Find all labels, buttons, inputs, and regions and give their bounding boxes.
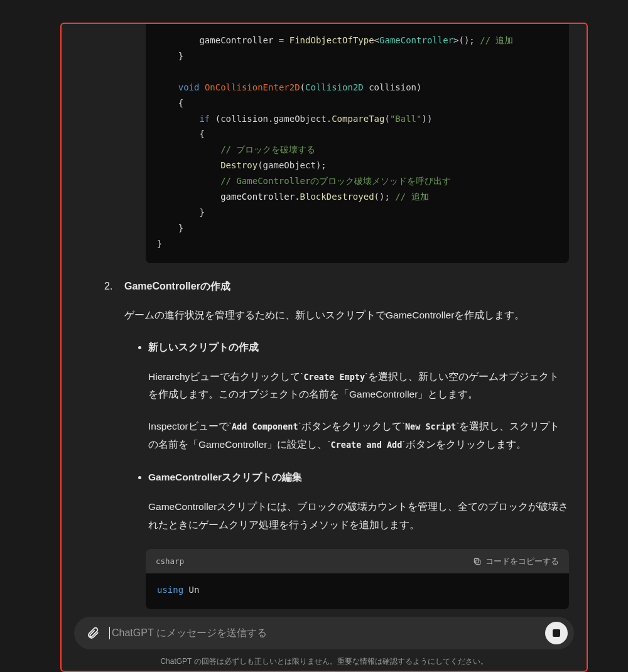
stop-generating-button[interactable] [545,622,568,644]
code-block-1: gameController = FindObjectOfType<GameCo… [146,24,569,263]
clipboard-icon [473,557,482,566]
list-item: 新しいスクリプトの作成 Hierarchyビューで右クリックして`Create … [148,339,569,453]
stop-icon [553,629,560,637]
inline-code: Add Component [232,421,298,431]
subitem-title: GameControllerスクリプトの編集 [148,469,569,487]
code-block-1-body[interactable]: gameController = FindObjectOfType<GameCo… [146,24,569,263]
code-block-2: csharp コードをコピーする using Un [146,549,569,609]
paperclip-icon [86,626,100,640]
svg-rect-0 [476,560,480,565]
code-lang-label: csharp [156,554,184,568]
inline-code: Create and Add [331,440,403,450]
subitem-title: 新しいスクリプトの作成 [148,339,569,357]
message-input[interactable] [109,627,539,639]
disclaimer-text: ChatGPT の回答は必ずしも正しいとは限りません。重要な情報は確認するように… [62,656,587,667]
step-number: 2. [104,277,116,296]
code-block-header: csharp コードをコピーする [146,549,569,573]
chat-input-bar [74,617,574,649]
step-title: GameControllerの作成 [124,277,230,296]
code-block-2-body[interactable]: using Un [146,573,569,609]
step-2-description: ゲームの進行状況を管理するために、新しいスクリプトでGameController… [124,306,569,325]
step-2-sublist: 新しいスクリプトの作成 Hierarchyビューで右クリックして`Create … [148,339,569,534]
subitem-body: Inspectorビューで`Add Component`ボタンをクリックして`N… [148,418,569,453]
copy-code-button[interactable]: コードをコピーする [473,554,559,568]
chat-panel: gameController = FindObjectOfType<GameCo… [60,23,588,672]
attach-button[interactable] [83,623,103,643]
subitem-body: GameControllerスクリプトには、ブロックの破壊カウントを管理し、全て… [148,498,569,534]
step-2-heading: 2. GameControllerの作成 [104,277,569,296]
inline-code: New Script [405,421,456,431]
assistant-message: gameController = FindObjectOfType<GameCo… [62,24,587,609]
subitem-body: Hierarchyビューで右クリックして`Create Empty`を選択し、新… [148,368,569,404]
svg-rect-1 [474,558,479,563]
message-input-wrap[interactable] [109,627,539,639]
inline-code: Create Empty [303,372,365,382]
list-item: GameControllerスクリプトの編集 GameControllerスクリ… [148,469,569,534]
message-scroll-area[interactable]: gameController = FindObjectOfType<GameCo… [62,24,587,671]
